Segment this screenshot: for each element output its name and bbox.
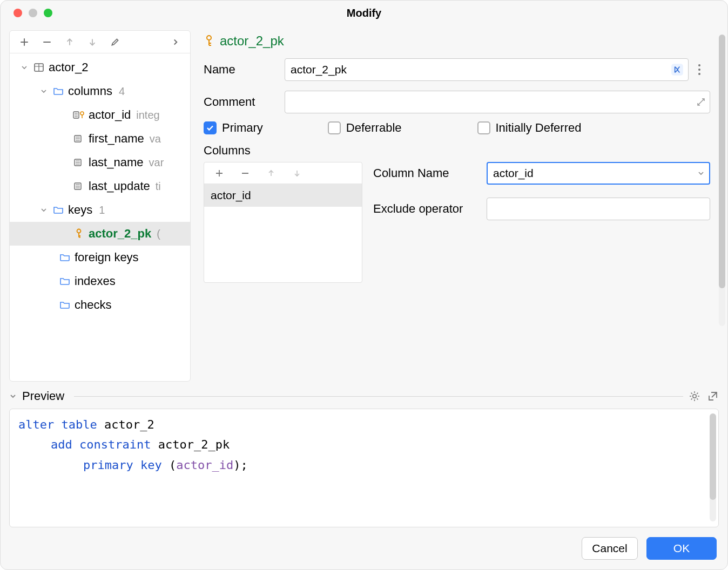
form-grid: Name Comment xyxy=(199,54,714,113)
columns-section: Columns xyxy=(199,135,714,283)
tree-keys-node[interactable]: keys 1 xyxy=(10,198,190,222)
editor-panel: actor_2_pk Name Comment xyxy=(193,26,727,386)
sql-keyword: primary xyxy=(83,458,133,472)
columns-list: actor_id xyxy=(204,162,362,283)
column-type: ti xyxy=(156,180,161,193)
move-column-down-button[interactable] xyxy=(284,164,310,183)
editor-scrollbar[interactable] xyxy=(719,35,725,326)
object-tree-panel: actor_2 columns 4 actor_id xyxy=(9,30,191,382)
open-in-console-icon[interactable] xyxy=(707,390,719,402)
folder-icon xyxy=(58,300,71,310)
move-down-button[interactable] xyxy=(81,32,104,52)
expand-button[interactable] xyxy=(164,32,187,52)
column-type: integ xyxy=(136,109,159,121)
tree-checks-node[interactable]: checks xyxy=(10,293,190,317)
expand-icon[interactable] xyxy=(696,97,706,107)
initially-deferred-checkbox-label: Initially Deferred xyxy=(496,121,582,135)
tree-checks-label: checks xyxy=(75,298,111,312)
key-icon xyxy=(204,35,214,48)
checkbox-row: Primary Deferrable Initially Deferred xyxy=(199,113,714,135)
close-window-button[interactable] xyxy=(14,9,22,17)
chevron-down-icon xyxy=(19,64,29,71)
sql-keyword: add xyxy=(51,438,72,451)
table-icon xyxy=(32,62,45,73)
name-input-wrap xyxy=(285,58,689,81)
initially-deferred-checkbox-item[interactable]: Initially Deferred xyxy=(477,121,582,135)
remove-button[interactable] xyxy=(36,32,58,52)
tree-indexes-label: indexes xyxy=(75,274,116,288)
preview-title: Preview xyxy=(22,389,64,403)
column-name: first_name xyxy=(89,132,144,146)
maximize-window-button[interactable] xyxy=(44,9,52,17)
window-controls xyxy=(14,9,52,17)
tree-key-item-selected[interactable]: actor_2_pk ( xyxy=(10,222,190,246)
tree-table-node[interactable]: actor_2 xyxy=(10,56,190,79)
column-icon xyxy=(72,158,85,167)
preview-scrollbar[interactable] xyxy=(710,413,716,521)
column-type: var xyxy=(149,157,164,169)
tree-indexes-node[interactable]: indexes xyxy=(10,269,190,293)
exclude-operator-label: Exclude operator xyxy=(373,202,487,216)
preview-header[interactable]: Preview xyxy=(9,389,719,403)
modify-dialog: Modify xyxy=(0,0,728,570)
svg-point-6 xyxy=(77,229,81,233)
add-button[interactable] xyxy=(13,32,36,52)
tree-column-item[interactable]: first_name va xyxy=(10,127,190,151)
exclude-operator-input[interactable] xyxy=(487,198,710,220)
revert-icon[interactable] xyxy=(670,63,684,77)
chevron-down-icon xyxy=(39,207,49,213)
tree-column-item[interactable]: actor_id integ xyxy=(10,103,190,127)
comment-label: Comment xyxy=(204,95,285,109)
initially-deferred-checkbox[interactable] xyxy=(477,121,490,134)
move-column-up-button[interactable] xyxy=(258,164,284,183)
column-name-combobox[interactable] xyxy=(487,162,710,185)
column-icon xyxy=(72,181,85,191)
sql-punct: ( xyxy=(169,458,176,472)
deferrable-checkbox-label: Deferrable xyxy=(346,121,402,135)
svg-point-9 xyxy=(698,64,700,66)
tree-keys-label: keys xyxy=(68,203,92,217)
name-input[interactable] xyxy=(285,58,689,81)
column-icon xyxy=(72,134,85,144)
move-up-button[interactable] xyxy=(58,32,81,52)
primary-checkbox-item[interactable]: Primary xyxy=(204,121,263,135)
more-actions-button[interactable] xyxy=(689,64,710,76)
column-name: actor_id xyxy=(89,108,131,122)
cancel-button[interactable]: Cancel xyxy=(582,537,638,560)
column-details: Column Name Exclude operator xyxy=(373,162,710,220)
add-column-button[interactable] xyxy=(206,164,232,183)
comment-input[interactable] xyxy=(285,91,710,113)
deferrable-checkbox-item[interactable]: Deferrable xyxy=(328,121,402,135)
tree-columns-node[interactable]: columns 4 xyxy=(10,79,190,103)
object-tree: actor_2 columns 4 actor_id xyxy=(10,53,190,381)
tree-column-item[interactable]: last_update ti xyxy=(10,174,190,198)
main-area: actor_2 columns 4 actor_id xyxy=(1,25,727,386)
column-name: last_update xyxy=(89,179,150,193)
ok-button[interactable]: OK xyxy=(646,537,717,560)
sql-punct: ); xyxy=(233,458,248,472)
columns-section-label: Columns xyxy=(204,144,710,158)
settings-icon[interactable] xyxy=(689,390,700,402)
column-name: last_name xyxy=(89,155,144,169)
sql-keyword: table xyxy=(61,418,97,431)
chevron-down-icon[interactable] xyxy=(697,169,705,177)
columns-list-item[interactable]: actor_id xyxy=(204,184,362,207)
column-type: va xyxy=(150,133,161,145)
remove-column-button[interactable] xyxy=(232,164,258,183)
deferrable-checkbox[interactable] xyxy=(328,121,341,134)
primary-checkbox-label: Primary xyxy=(222,121,263,135)
sql-preview[interactable]: alter table actor_2 add constraint actor… xyxy=(9,409,719,527)
primary-checkbox[interactable] xyxy=(204,121,217,134)
folder-icon xyxy=(52,86,65,97)
tree-foreign-keys-node[interactable]: foreign keys xyxy=(10,246,190,269)
minimize-window-button[interactable] xyxy=(29,9,37,17)
columns-list-empty-area[interactable] xyxy=(204,207,362,282)
name-label: Name xyxy=(204,63,285,77)
tree-column-item[interactable]: last_name var xyxy=(10,151,190,174)
titlebar: Modify xyxy=(1,1,727,25)
divider xyxy=(74,396,683,397)
edit-button[interactable] xyxy=(104,32,126,52)
sql-keyword: constraint xyxy=(79,438,151,451)
folder-icon xyxy=(52,205,65,215)
columns-list-toolbar xyxy=(204,162,362,184)
